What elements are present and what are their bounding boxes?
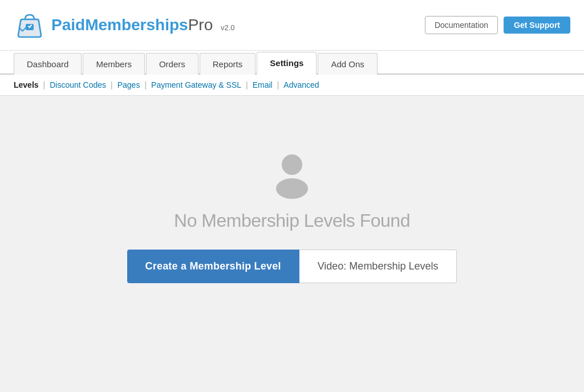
subnav-payment-gateway[interactable]: Payment Gateway & SSL xyxy=(151,80,241,89)
empty-state-title: No Membership Levels Found xyxy=(174,210,410,231)
tab-reports[interactable]: Reports xyxy=(200,53,256,75)
content-area: No Membership Levels Found Create a Memb… xyxy=(0,96,584,335)
tab-addons[interactable]: Add Ons xyxy=(318,53,377,75)
documentation-button[interactable]: Documentation xyxy=(425,16,498,34)
separator-3: | xyxy=(144,80,147,89)
get-support-button[interactable]: Get Support xyxy=(504,17,570,34)
logo-text: PaidMembershipsPro v2.0 xyxy=(51,16,235,34)
sub-navigation: Levels | Discount Codes | Pages | Paymen… xyxy=(0,75,584,96)
version-badge: v2.0 xyxy=(221,23,235,32)
separator-2: | xyxy=(111,80,113,89)
separator-1: | xyxy=(43,80,46,89)
logo-icon xyxy=(14,9,46,41)
subnav-advanced[interactable]: Advanced xyxy=(283,80,319,89)
subnav-discount-codes[interactable]: Discount Codes xyxy=(50,80,106,89)
tab-members[interactable]: Members xyxy=(83,53,145,75)
svg-point-2 xyxy=(276,178,308,199)
svg-point-1 xyxy=(282,154,302,175)
logo-area: PaidMembershipsPro v2.0 xyxy=(14,9,235,41)
subnav-email[interactable]: Email xyxy=(253,80,273,89)
separator-4: | xyxy=(246,80,248,89)
empty-state-icon xyxy=(266,148,318,199)
tab-dashboard[interactable]: Dashboard xyxy=(14,53,82,75)
action-buttons: Create a Membership Level Video: Members… xyxy=(127,250,457,283)
header-buttons: Documentation Get Support xyxy=(425,16,570,34)
tab-settings[interactable]: Settings xyxy=(257,52,317,75)
create-membership-level-button[interactable]: Create a Membership Level xyxy=(127,250,299,283)
separator-5: | xyxy=(277,80,279,89)
subnav-levels[interactable]: Levels xyxy=(14,80,39,89)
subnav-pages[interactable]: Pages xyxy=(117,80,140,89)
main-navigation: Dashboard Members Orders Reports Setting… xyxy=(0,51,584,75)
header: PaidMembershipsPro v2.0 Documentation Ge… xyxy=(0,0,584,51)
tab-orders[interactable]: Orders xyxy=(146,53,198,75)
video-membership-levels-button[interactable]: Video: Membership Levels xyxy=(299,250,457,283)
